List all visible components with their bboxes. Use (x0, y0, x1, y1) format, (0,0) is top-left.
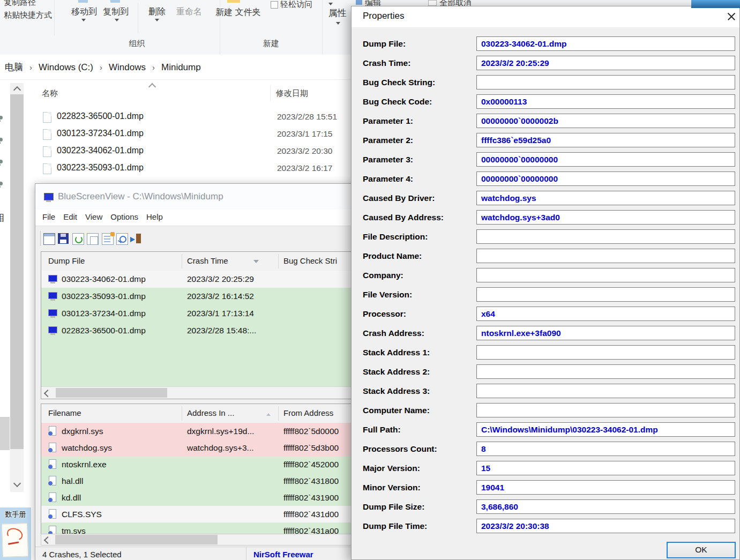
property-field-row: Dump File Size: 3,686,860 (352, 499, 739, 519)
column-header-dump-file[interactable]: Dump File (48, 256, 85, 265)
dialog-titlebar[interactable]: Properties (352, 6, 739, 27)
nav-scrollbar-thumb[interactable] (10, 94, 24, 449)
field-value-box[interactable]: 030223-34062-01.dmp (476, 36, 735, 51)
column-divider (270, 85, 271, 101)
field-value-box[interactable]: ntoskrnl.exe+3fa090 (476, 326, 735, 340)
refresh-icon[interactable] (72, 233, 84, 245)
property-field-row: Parameter 2: ffffc386`e59d25a0 (352, 133, 739, 152)
property-field-row: Dump File: 030223-34062-01.dmp (352, 36, 739, 56)
nav-scrollbar-fragment (0, 417, 10, 450)
column-header-crash-time[interactable]: Crash Time (187, 256, 228, 265)
pin-icon (0, 115, 4, 122)
field-value-box[interactable]: 0x00000113 (476, 94, 735, 109)
field-value-box[interactable] (476, 287, 735, 302)
exit-icon[interactable] (130, 233, 141, 244)
filename-cell: CLFS.SYS (62, 510, 102, 519)
move-to-button[interactable]: 移动到 (71, 6, 97, 18)
breadcrumb-link[interactable]: Windows (109, 62, 146, 72)
file-row[interactable]: 030123-37234-01.dmp 2023/3/1 17:15 (32, 126, 352, 143)
menu-item[interactable]: Options (110, 212, 138, 221)
field-value-box[interactable]: 00000000`0000002b (476, 114, 735, 128)
property-field-row: Caused By Address: watchdog.sys+3ad0 (352, 210, 739, 229)
field-label: File Description: (363, 232, 428, 242)
field-value-box[interactable]: watchdog.sys+3ad0 (476, 210, 735, 225)
rename-button[interactable]: 重命名 (176, 6, 202, 18)
paste-shortcut-button[interactable]: 粘贴快捷方式 (4, 10, 52, 20)
field-value-box[interactable]: watchdog.sys (476, 191, 735, 205)
easy-access-checkbox-icon (271, 1, 278, 9)
field-value-box[interactable]: 00000000`00000000 (476, 152, 735, 167)
column-header-filename[interactable]: Filename (48, 408, 81, 417)
ribbon-separator (54, 0, 55, 35)
field-value-box[interactable]: 15 (476, 461, 735, 475)
breadcrumb-link[interactable]: Minidump (161, 62, 201, 72)
field-value-box[interactable]: 8 (476, 442, 735, 456)
dump-file-cell: 030223-35093-01.dmp (62, 292, 146, 301)
scroll-left-icon[interactable] (44, 390, 51, 397)
property-field-row: Parameter 4: 00000000`00000000 (352, 171, 739, 191)
field-value-box[interactable] (476, 229, 735, 244)
field-label: File Version: (363, 290, 412, 300)
hscrollbar-thumb[interactable] (55, 535, 218, 544)
field-value-box[interactable]: 3,686,860 (476, 499, 735, 514)
field-value-box[interactable] (476, 403, 735, 417)
properties-icon[interactable] (102, 233, 114, 245)
breadcrumb-link[interactable]: 电脑 (5, 62, 23, 72)
from-address-cell: fffff802`431800 (283, 476, 339, 486)
menu-item[interactable]: Edit (63, 212, 77, 221)
file-row[interactable]: 022823-36500-01.dmp 2023/2/28 15:51 (32, 109, 352, 126)
column-header-name[interactable]: 名称 (42, 88, 58, 99)
nirsoft-link[interactable]: NirSoft Freewar (253, 550, 313, 559)
copy-to-button[interactable]: 复制到 (103, 6, 129, 18)
breadcrumb-link[interactable]: Windows (C:) (39, 62, 93, 72)
chevron-down-icon (81, 19, 86, 21)
field-value-box[interactable]: 2023/3/2 20:25:29 (476, 56, 735, 70)
field-value-box[interactable]: 19041 (476, 480, 735, 495)
properties-button[interactable]: 属性 (328, 7, 347, 19)
status-crash-count: 4 Crashes, 1 Selected (42, 550, 122, 559)
hscrollbar-thumb[interactable] (56, 388, 167, 398)
menu-item[interactable]: Help (146, 212, 163, 221)
copy-icon[interactable] (87, 233, 99, 245)
field-value-box[interactable] (476, 364, 735, 379)
save-icon[interactable] (58, 233, 69, 244)
column-header-address-in[interactable]: Address In ... (187, 408, 234, 417)
ok-button[interactable]: OK (667, 542, 736, 558)
field-value-box[interactable] (476, 384, 735, 398)
field-value-box[interactable]: ffffc386`e59d25a0 (476, 133, 735, 147)
copy-path-button[interactable]: 复制路径 (4, 0, 36, 8)
find-icon[interactable] (116, 233, 128, 245)
file-name: 030223-35093-01.dmp (57, 163, 144, 173)
field-label: Processors Count: (363, 444, 437, 454)
easy-access-button[interactable]: 轻松访问 (280, 0, 312, 10)
desktop-icon-thumbnail (2, 523, 28, 557)
chevron-right-icon: › (29, 63, 32, 72)
field-value-box[interactable]: C:\Windows\Minidump\030223-34062-01.dmp (476, 422, 735, 437)
menu-item[interactable]: File (42, 212, 55, 221)
field-value-box[interactable] (476, 249, 735, 263)
close-icon[interactable] (726, 11, 737, 23)
field-value-box[interactable] (476, 345, 735, 360)
desktop-icon[interactable]: 数手册 (0, 507, 31, 560)
app-window-icon[interactable] (43, 233, 55, 245)
file-name: 030223-34062-01.dmp (57, 146, 144, 155)
column-header-date[interactable]: 修改日期 (276, 88, 308, 99)
field-value-box[interactable] (476, 268, 735, 282)
field-value-box[interactable]: 2023/3/2 20:30:38 (476, 519, 735, 533)
new-folder-button[interactable]: 新建 文件夹 (215, 6, 251, 18)
file-row[interactable]: 030223-34062-01.dmp 2023/3/2 20:30 (32, 143, 352, 160)
field-value-box[interactable]: x64 (476, 307, 735, 321)
property-field-row: Minor Version: 19041 (352, 480, 739, 499)
column-header-bug-check[interactable]: Bug Check Stri (283, 256, 337, 265)
file-row[interactable]: 030223-35093-01.dmp 2023/3/2 16:17 (32, 160, 352, 177)
field-value-box[interactable] (476, 75, 735, 89)
nav-item-partial-label: 相 (0, 212, 4, 224)
screen: { "colors": { "value_blue": "#0000d2", "… (0, 0, 740, 560)
field-value-box[interactable]: 00000000`00000000 (476, 171, 735, 186)
delete-button[interactable]: 删除 (148, 6, 166, 18)
sort-ascending-icon (266, 413, 271, 416)
field-label: Dump File Size: (363, 502, 424, 512)
scroll-left-icon[interactable] (44, 536, 51, 544)
menu-item[interactable]: View (85, 212, 102, 221)
column-header-from-address[interactable]: From Address (283, 408, 333, 417)
